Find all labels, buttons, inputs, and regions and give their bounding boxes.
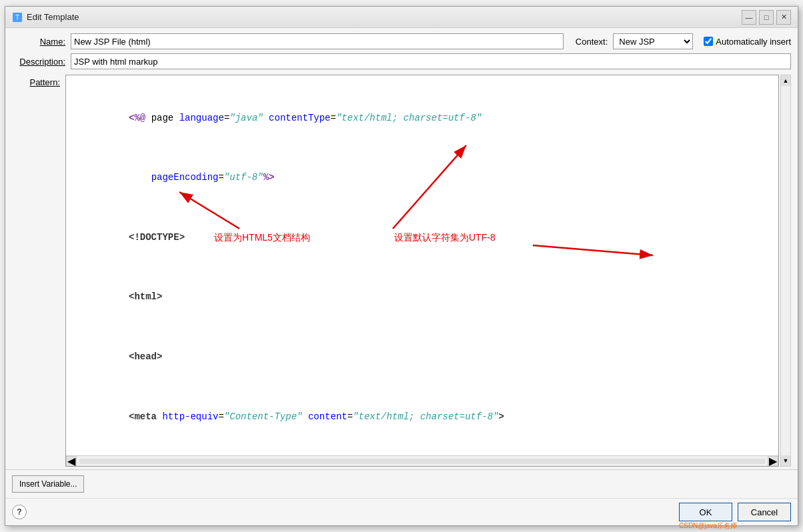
vertical-scrollbar[interactable]: ▲ ▼ (780, 75, 791, 467)
insert-variable-button[interactable]: Insert Variable... (12, 475, 84, 493)
auto-insert-checkbox[interactable] (704, 37, 713, 46)
dialog-title: Edit Template (27, 12, 79, 22)
pattern-label-col: Pattern: (12, 75, 65, 467)
code-content: <%@ page language="java" contentType="te… (73, 81, 772, 455)
pattern-label: Pattern: (29, 77, 60, 87)
ok-button[interactable]: OK (679, 503, 732, 521)
title-bar: T Edit Template — □ ✕ (5, 7, 798, 28)
pattern-area: Pattern: <%@ page language="java" conten… (5, 75, 798, 469)
footer-left: ? (12, 505, 27, 519)
code-scroll-area[interactable]: <%@ page language="java" contentType="te… (66, 75, 778, 455)
title-controls: — □ ✕ (742, 10, 791, 25)
context-label: Context: (576, 37, 608, 47)
edit-template-dialog: T Edit Template — □ ✕ Name: Context: New… (5, 6, 798, 526)
horizontal-scrollbar[interactable]: ◀ ▶ (66, 455, 778, 466)
close-button[interactable]: ✕ (776, 10, 791, 25)
svg-text:T: T (15, 14, 19, 21)
bottom-bar: Insert Variable... (5, 469, 798, 498)
description-row: Description: (12, 53, 791, 69)
description-label: Description: (12, 57, 65, 67)
auto-insert-container: Automatically insert (704, 37, 791, 47)
code-container: <%@ page language="java" contentType="te… (65, 75, 779, 467)
cancel-button[interactable]: Cancel (738, 503, 791, 521)
name-row: Name: Context: New JSP New HTML JSP HTML… (12, 33, 791, 49)
scrollbar-track (79, 459, 765, 464)
context-select[interactable]: New JSP New HTML JSP HTML (613, 33, 693, 49)
restore-button[interactable]: □ (759, 10, 774, 25)
help-button[interactable]: ? (12, 505, 27, 519)
dialog-icon: T (12, 12, 23, 23)
description-input[interactable] (71, 53, 791, 69)
footer-right: OK CSDN@java乐名师 Cancel (679, 503, 791, 521)
footer-bar: ? OK CSDN@java乐名师 Cancel (5, 498, 798, 525)
minimize-button[interactable]: — (742, 10, 756, 25)
title-bar-left: T Edit Template (12, 12, 79, 23)
form-area: Name: Context: New JSP New HTML JSP HTML… (5, 28, 798, 75)
name-input[interactable] (71, 33, 564, 49)
auto-insert-label: Automatically insert (716, 37, 791, 47)
csdn-watermark: CSDN@java乐名师 (679, 521, 737, 531)
name-label: Name: (12, 37, 65, 47)
